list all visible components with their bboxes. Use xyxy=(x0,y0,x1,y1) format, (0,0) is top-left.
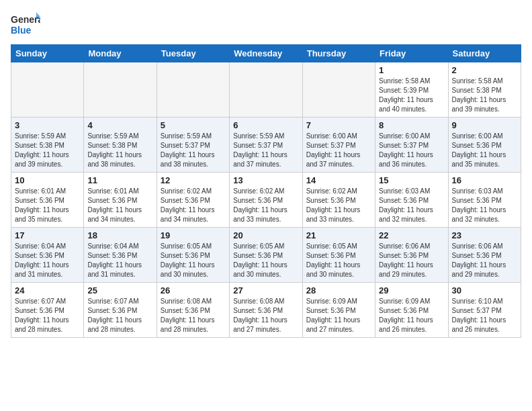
header-friday: Friday xyxy=(375,45,448,62)
day-number: 5 xyxy=(161,120,226,130)
logo: General Blue xyxy=(11,11,40,38)
day-number: 6 xyxy=(233,120,298,130)
day-info: Sunrise: 5:59 AM Sunset: 5:37 PM Dayligh… xyxy=(233,132,298,169)
day-info: Sunrise: 6:03 AM Sunset: 5:36 PM Dayligh… xyxy=(452,187,517,224)
day-info: Sunrise: 6:09 AM Sunset: 5:36 PM Dayligh… xyxy=(306,297,371,334)
day-number: 20 xyxy=(233,230,298,240)
day-number: 7 xyxy=(306,120,371,130)
day-number: 27 xyxy=(233,285,298,295)
day-cell-4: 4 Sunrise: 5:59 AM Sunset: 5:38 PM Dayli… xyxy=(84,118,157,173)
day-info: Sunrise: 6:07 AM Sunset: 5:36 PM Dayligh… xyxy=(15,297,80,334)
day-info: Sunrise: 6:05 AM Sunset: 5:36 PM Dayligh… xyxy=(161,242,226,279)
day-cell-12: 12 Sunrise: 6:02 AM Sunset: 5:36 PM Dayl… xyxy=(157,173,229,228)
day-cell-25: 25 Sunrise: 6:07 AM Sunset: 5:36 PM Dayl… xyxy=(84,283,157,338)
day-number: 15 xyxy=(379,175,444,185)
day-cell-8: 8 Sunrise: 6:00 AM Sunset: 5:37 PM Dayli… xyxy=(375,118,448,173)
week-row-2: 10 Sunrise: 6:01 AM Sunset: 5:36 PM Dayl… xyxy=(11,173,521,228)
day-info: Sunrise: 6:00 AM Sunset: 5:36 PM Dayligh… xyxy=(452,132,517,169)
header: General Blue xyxy=(11,11,521,38)
day-info: Sunrise: 6:02 AM Sunset: 5:36 PM Dayligh… xyxy=(306,187,371,224)
week-row-4: 24 Sunrise: 6:07 AM Sunset: 5:36 PM Dayl… xyxy=(11,283,521,338)
day-cell-empty xyxy=(230,62,302,118)
day-cell-21: 21 Sunrise: 6:05 AM Sunset: 5:36 PM Dayl… xyxy=(302,228,375,283)
day-number: 26 xyxy=(161,285,226,295)
day-cell-17: 17 Sunrise: 6:04 AM Sunset: 5:36 PM Dayl… xyxy=(11,228,84,283)
day-number: 25 xyxy=(87,285,152,295)
day-cell-28: 28 Sunrise: 6:09 AM Sunset: 5:36 PM Dayl… xyxy=(302,283,375,338)
header-sunday: Sunday xyxy=(11,45,84,62)
week-row-3: 17 Sunrise: 6:04 AM Sunset: 5:36 PM Dayl… xyxy=(11,228,521,283)
day-cell-22: 22 Sunrise: 6:06 AM Sunset: 5:36 PM Dayl… xyxy=(375,228,448,283)
header-saturday: Saturday xyxy=(448,45,521,62)
day-cell-empty xyxy=(157,62,229,118)
week-row-1: 3 Sunrise: 5:59 AM Sunset: 5:38 PM Dayli… xyxy=(11,118,521,173)
day-number: 8 xyxy=(379,120,444,130)
day-info: Sunrise: 5:59 AM Sunset: 5:37 PM Dayligh… xyxy=(161,132,226,169)
day-number: 3 xyxy=(15,120,80,130)
day-info: Sunrise: 6:01 AM Sunset: 5:36 PM Dayligh… xyxy=(87,187,152,224)
week-row-0: 1 Sunrise: 5:58 AM Sunset: 5:39 PM Dayli… xyxy=(11,62,521,118)
day-info: Sunrise: 6:08 AM Sunset: 5:36 PM Dayligh… xyxy=(233,297,298,334)
day-info: Sunrise: 5:58 AM Sunset: 5:39 PM Dayligh… xyxy=(379,77,444,114)
day-cell-26: 26 Sunrise: 6:08 AM Sunset: 5:36 PM Dayl… xyxy=(157,283,229,338)
day-cell-18: 18 Sunrise: 6:04 AM Sunset: 5:36 PM Dayl… xyxy=(84,228,157,283)
day-cell-7: 7 Sunrise: 6:00 AM Sunset: 5:37 PM Dayli… xyxy=(302,118,375,173)
day-number: 4 xyxy=(87,120,152,130)
day-cell-15: 15 Sunrise: 6:03 AM Sunset: 5:36 PM Dayl… xyxy=(375,173,448,228)
day-cell-5: 5 Sunrise: 5:59 AM Sunset: 5:37 PM Dayli… xyxy=(157,118,229,173)
day-cell-24: 24 Sunrise: 6:07 AM Sunset: 5:36 PM Dayl… xyxy=(11,283,84,338)
svg-text:Blue: Blue xyxy=(11,25,32,36)
day-cell-27: 27 Sunrise: 6:08 AM Sunset: 5:36 PM Dayl… xyxy=(230,283,302,338)
day-number: 1 xyxy=(379,65,444,75)
day-info: Sunrise: 6:00 AM Sunset: 5:37 PM Dayligh… xyxy=(306,132,371,169)
day-cell-empty xyxy=(302,62,375,118)
day-info: Sunrise: 6:09 AM Sunset: 5:36 PM Dayligh… xyxy=(379,297,444,334)
day-number: 30 xyxy=(452,285,517,295)
header-monday: Monday xyxy=(84,45,157,62)
day-cell-11: 11 Sunrise: 6:01 AM Sunset: 5:36 PM Dayl… xyxy=(84,173,157,228)
day-info: Sunrise: 6:05 AM Sunset: 5:36 PM Dayligh… xyxy=(306,242,371,279)
day-cell-3: 3 Sunrise: 5:59 AM Sunset: 5:38 PM Dayli… xyxy=(11,118,84,173)
day-cell-10: 10 Sunrise: 6:01 AM Sunset: 5:36 PM Dayl… xyxy=(11,173,84,228)
day-number: 19 xyxy=(161,230,226,240)
day-number: 29 xyxy=(379,285,444,295)
day-number: 12 xyxy=(161,175,226,185)
day-number: 2 xyxy=(452,65,517,75)
day-number: 21 xyxy=(306,230,371,240)
day-info: Sunrise: 6:08 AM Sunset: 5:36 PM Dayligh… xyxy=(161,297,226,334)
day-number: 18 xyxy=(87,230,152,240)
day-number: 28 xyxy=(306,285,371,295)
day-cell-23: 23 Sunrise: 6:06 AM Sunset: 5:36 PM Dayl… xyxy=(448,228,521,283)
day-number: 24 xyxy=(15,285,80,295)
day-cell-13: 13 Sunrise: 6:02 AM Sunset: 5:36 PM Dayl… xyxy=(230,173,302,228)
day-number: 23 xyxy=(452,230,517,240)
day-info: Sunrise: 6:04 AM Sunset: 5:36 PM Dayligh… xyxy=(15,242,80,279)
day-info: Sunrise: 6:06 AM Sunset: 5:36 PM Dayligh… xyxy=(452,242,517,279)
header-tuesday: Tuesday xyxy=(157,45,229,62)
day-info: Sunrise: 6:06 AM Sunset: 5:36 PM Dayligh… xyxy=(379,242,444,279)
calendar: SundayMondayTuesdayWednesdayThursdayFrid… xyxy=(11,44,521,338)
day-cell-30: 30 Sunrise: 6:10 AM Sunset: 5:37 PM Dayl… xyxy=(448,283,521,338)
day-cell-14: 14 Sunrise: 6:02 AM Sunset: 5:36 PM Dayl… xyxy=(302,173,375,228)
day-cell-19: 19 Sunrise: 6:05 AM Sunset: 5:36 PM Dayl… xyxy=(157,228,229,283)
day-number: 10 xyxy=(15,175,80,185)
header-thursday: Thursday xyxy=(302,45,375,62)
day-info: Sunrise: 6:00 AM Sunset: 5:37 PM Dayligh… xyxy=(379,132,444,169)
day-number: 16 xyxy=(452,175,517,185)
day-cell-1: 1 Sunrise: 5:58 AM Sunset: 5:39 PM Dayli… xyxy=(375,62,448,118)
day-number: 17 xyxy=(15,230,80,240)
day-info: Sunrise: 5:58 AM Sunset: 5:38 PM Dayligh… xyxy=(452,77,517,114)
svg-text:General: General xyxy=(11,14,40,25)
day-info: Sunrise: 6:07 AM Sunset: 5:36 PM Dayligh… xyxy=(87,297,152,334)
day-cell-empty xyxy=(84,62,157,118)
header-wednesday: Wednesday xyxy=(230,45,302,62)
logo-svg: General Blue xyxy=(11,11,40,38)
day-info: Sunrise: 6:10 AM Sunset: 5:37 PM Dayligh… xyxy=(452,297,517,334)
day-info: Sunrise: 6:01 AM Sunset: 5:36 PM Dayligh… xyxy=(15,187,80,224)
day-cell-2: 2 Sunrise: 5:58 AM Sunset: 5:38 PM Dayli… xyxy=(448,62,521,118)
day-info: Sunrise: 5:59 AM Sunset: 5:38 PM Dayligh… xyxy=(87,132,152,169)
day-number: 9 xyxy=(452,120,517,130)
day-number: 22 xyxy=(379,230,444,240)
calendar-header-row: SundayMondayTuesdayWednesdayThursdayFrid… xyxy=(11,45,521,62)
day-cell-6: 6 Sunrise: 5:59 AM Sunset: 5:37 PM Dayli… xyxy=(230,118,302,173)
